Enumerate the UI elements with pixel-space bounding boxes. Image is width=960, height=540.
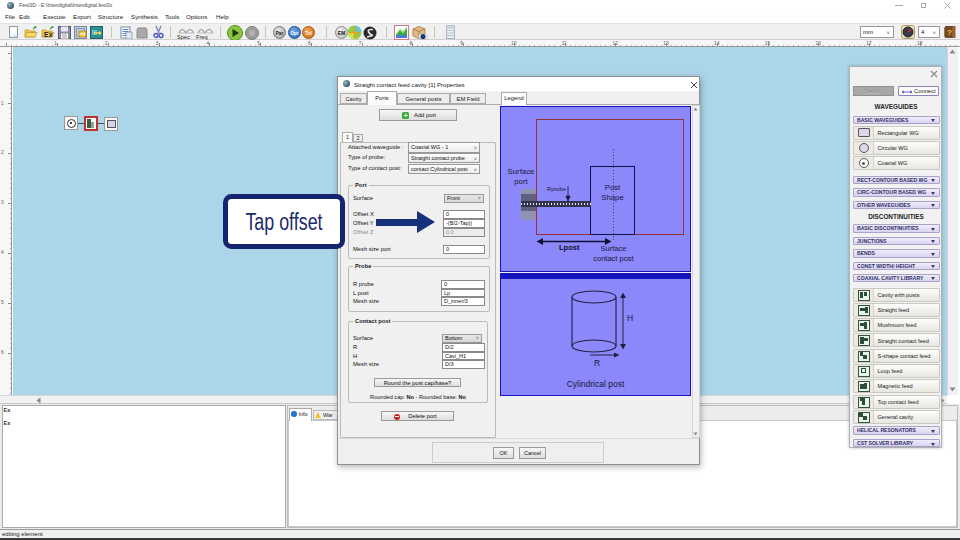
svg-text:Ex: Ex xyxy=(44,31,53,38)
svg-text:?: ? xyxy=(947,28,952,37)
